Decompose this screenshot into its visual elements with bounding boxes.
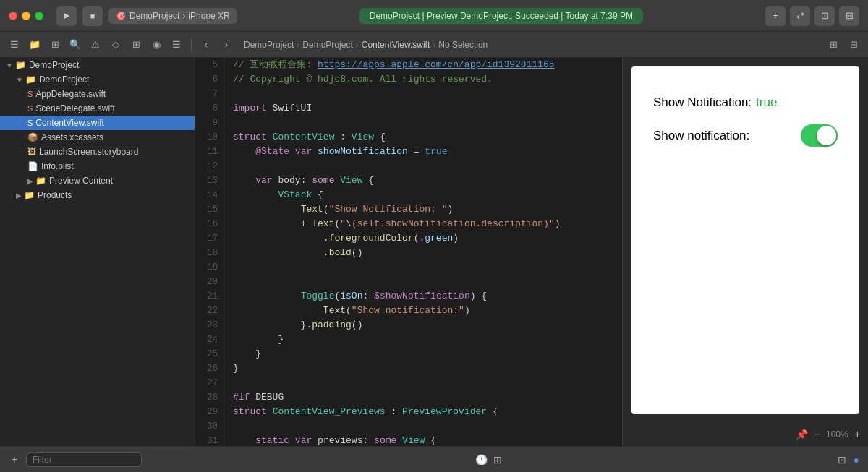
code-line-6: // Copyright © hdjc8.com. All rights res… bbox=[233, 72, 613, 87]
toggle-thumb bbox=[817, 126, 836, 145]
search-button[interactable]: 🔍 bbox=[67, 36, 84, 53]
close-button[interactable] bbox=[9, 12, 17, 20]
main-layout: ▼ 📁 DemoProject ▼ 📁 DemoProject S AppDel… bbox=[0, 58, 868, 446]
code-line-28: #if DEBUG bbox=[233, 390, 613, 405]
breakpoint-navigator-button[interactable]: ◉ bbox=[148, 36, 165, 53]
sidebar-item-launchscreen[interactable]: 🖼 LaunchScreen.storyboard bbox=[0, 145, 195, 159]
report-navigator-button[interactable]: ☰ bbox=[168, 36, 185, 53]
grid-icon[interactable]: ⊞ bbox=[492, 452, 503, 467]
chevron-right-icon: ▶ bbox=[27, 177, 33, 185]
clock-icon[interactable]: 🕐 bbox=[474, 452, 489, 467]
sidebar-item-preview[interactable]: ▶ 📁 Preview Content bbox=[0, 173, 195, 188]
preview-canvas: Show Notification: true Show notificatio… bbox=[631, 66, 859, 414]
blue-circle-icon[interactable]: ● bbox=[852, 452, 861, 467]
code-line-7 bbox=[233, 87, 613, 101]
sidebar-item-root[interactable]: ▼ 📁 DemoProject bbox=[0, 58, 195, 72]
breadcrumb-sep2: › bbox=[356, 40, 359, 50]
code-line-29: struct ContentView_Previews : PreviewPro… bbox=[233, 405, 613, 419]
chevron-down-icon: › bbox=[182, 11, 185, 21]
test-navigator-button[interactable]: ◇ bbox=[107, 36, 124, 53]
swift-icon: S bbox=[27, 119, 33, 127]
code-line-25: } bbox=[233, 347, 613, 361]
sidebar-item-label: AppDelegate.swift bbox=[35, 89, 106, 99]
issue-navigator-button[interactable]: ⚠ bbox=[87, 36, 104, 53]
breadcrumb-sep3: › bbox=[433, 40, 435, 50]
code-line-31: static var previews: some View { bbox=[233, 434, 613, 446]
show-notification-row: Show Notification: true bbox=[653, 95, 777, 110]
breadcrumb-demoproj2[interactable]: DemoProject bbox=[302, 40, 352, 50]
scm-button[interactable]: ⊞ bbox=[46, 36, 64, 53]
sidebar-item-label: DemoProject bbox=[39, 74, 89, 85]
xcassets-icon: 📦 bbox=[27, 132, 38, 142]
plist-icon: 📄 bbox=[27, 161, 38, 171]
code-editor[interactable]: 5 6 7 8 9 10 11 12 13 14 15 16 17 18 19 … bbox=[195, 58, 622, 446]
folder-button[interactable]: 📁 bbox=[26, 36, 43, 53]
debug-navigator-button[interactable]: ⊞ bbox=[127, 36, 145, 53]
breadcrumb-nosel[interactable]: No Selection bbox=[438, 40, 488, 50]
add-editor-button[interactable]: + bbox=[765, 6, 786, 26]
titlebar: 🎯 DemoProject › iPhone XR DemoProject | … bbox=[0, 0, 868, 32]
nav-forward-button[interactable]: › bbox=[218, 36, 235, 53]
true-value: true bbox=[756, 95, 777, 110]
split-horizontal-button[interactable]: ⊡ bbox=[814, 6, 835, 26]
library-button[interactable]: ⊟ bbox=[845, 36, 862, 53]
zoom-out-button[interactable]: − bbox=[814, 428, 820, 441]
toggle-row: Show notification: bbox=[653, 124, 838, 147]
sidebar-toggle-button[interactable]: ☰ bbox=[6, 36, 23, 53]
inspector-toggle-button[interactable]: ⊞ bbox=[825, 36, 842, 53]
sidebar-item-products[interactable]: ▶ 📁 Products bbox=[0, 188, 195, 202]
folder-icon: 📁 bbox=[24, 190, 35, 200]
pin-icon[interactable]: 📌 bbox=[796, 429, 808, 440]
sidebar-item-label: Products bbox=[38, 190, 72, 200]
sidebar: ▼ 📁 DemoProject ▼ 📁 DemoProject S AppDel… bbox=[0, 58, 195, 446]
code-line-5: // 互动教程合集: https://apps.apple.com/cn/app… bbox=[233, 58, 613, 72]
sidebar-item-label: Assets.xcassets bbox=[41, 132, 103, 142]
breadcrumb: DemoProject › DemoProject › ContentView.… bbox=[244, 40, 822, 50]
sidebar-item-scenedelegate[interactable]: S SceneDelegate.swift bbox=[0, 101, 195, 116]
zoom-in-button[interactable]: + bbox=[854, 428, 861, 441]
breadcrumb-demoproj1[interactable]: DemoProject bbox=[244, 40, 294, 50]
nav-back-button[interactable]: ‹ bbox=[197, 36, 215, 53]
filter-input[interactable] bbox=[26, 452, 142, 467]
code-line-21: Toggle(isOn: $showNotification) { bbox=[233, 289, 613, 304]
bottom-bar: + 🕐 ⊞ ⊡ ● bbox=[0, 446, 868, 472]
toolbar: ☰ 📁 ⊞ 🔍 ⚠ ◇ ⊞ ◉ ☰ ‹ › DemoProject › Demo… bbox=[0, 32, 868, 58]
code-line-23: }.padding() bbox=[233, 318, 613, 332]
split-vertical-button[interactable]: ⊟ bbox=[839, 6, 859, 26]
swift-icon: S bbox=[27, 104, 33, 113]
scheme-selector[interactable]: 🎯 DemoProject › iPhone XR bbox=[109, 8, 237, 24]
add-file-button[interactable]: + bbox=[7, 452, 22, 467]
breadcrumb-sep1: › bbox=[297, 40, 299, 50]
minimize-button[interactable] bbox=[22, 12, 30, 20]
sidebar-item-contentview[interactable]: S ContentView.swift bbox=[0, 116, 195, 130]
code-line-17: .foregroundColor(.green) bbox=[233, 231, 613, 246]
code-line-12 bbox=[233, 159, 613, 173]
code-line-18: .bold() bbox=[233, 246, 613, 260]
folder-icon: 📁 bbox=[25, 74, 36, 85]
run-button[interactable] bbox=[56, 6, 77, 26]
code-line-30 bbox=[233, 419, 613, 434]
code-line-11: @State var showNotification = true bbox=[233, 145, 613, 159]
chevron-down-icon: ▼ bbox=[6, 61, 13, 69]
code-line-14: VStack { bbox=[233, 188, 613, 202]
maximize-button[interactable] bbox=[35, 12, 43, 20]
folder-icon: 📁 bbox=[35, 176, 46, 186]
sidebar-item-infoplist[interactable]: 📄 Info.plist bbox=[0, 159, 195, 173]
stop-button[interactable] bbox=[82, 6, 103, 26]
toggle-switch[interactable] bbox=[801, 124, 838, 147]
breadcrumb-file[interactable]: ContentView.swift bbox=[362, 40, 430, 50]
preview-panel: Show Notification: true Show notificatio… bbox=[622, 58, 868, 446]
code-line-22: Text("Show notification:") bbox=[233, 304, 613, 318]
code-line-13: var body: some View { bbox=[233, 173, 613, 188]
status-text: DemoProject | Preview DemoProject: Succe… bbox=[370, 11, 633, 21]
sidebar-item-appdelegate[interactable]: S AppDelegate.swift bbox=[0, 87, 195, 101]
sidebar-item-demogroup[interactable]: ▼ 📁 DemoProject bbox=[0, 72, 195, 87]
toggle-label: Show notification: bbox=[653, 129, 749, 143]
sidebar-item-assets[interactable]: 📦 Assets.xcassets bbox=[0, 130, 195, 145]
panel-icon[interactable]: ⊡ bbox=[836, 452, 848, 467]
code-line-26: } bbox=[233, 361, 613, 376]
chevron-right-icon: ▶ bbox=[16, 192, 22, 199]
bottom-icons: 🕐 ⊞ bbox=[474, 452, 503, 467]
separator bbox=[191, 38, 192, 51]
layout-toggle-button[interactable]: ⇄ bbox=[790, 6, 810, 26]
